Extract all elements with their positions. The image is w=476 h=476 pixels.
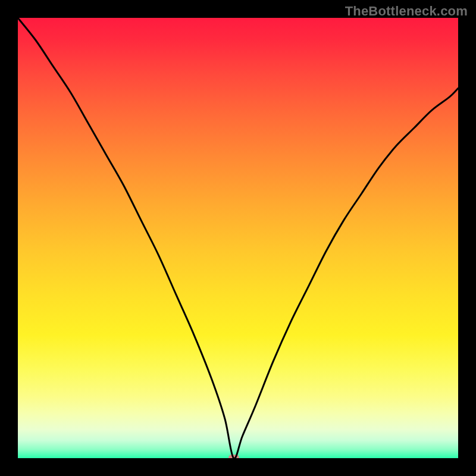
curve-svg [18, 18, 458, 458]
plot-area [18, 18, 458, 458]
watermark-text: TheBottleneck.com [345, 4, 468, 19]
bottleneck-curve [18, 18, 458, 458]
chart-outer: TheBottleneck.com [0, 0, 476, 476]
